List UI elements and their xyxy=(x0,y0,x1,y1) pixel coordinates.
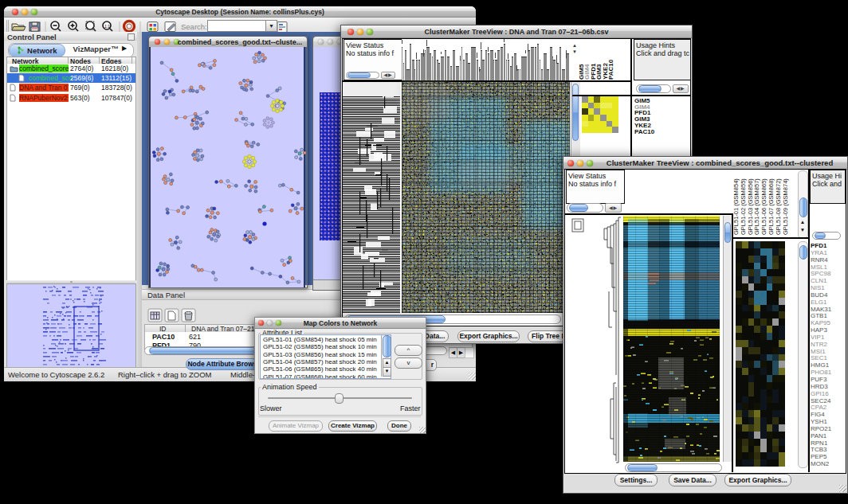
svg-text:1:1: 1:1 xyxy=(104,24,110,29)
svg-text:Search:: Search: xyxy=(181,22,207,31)
